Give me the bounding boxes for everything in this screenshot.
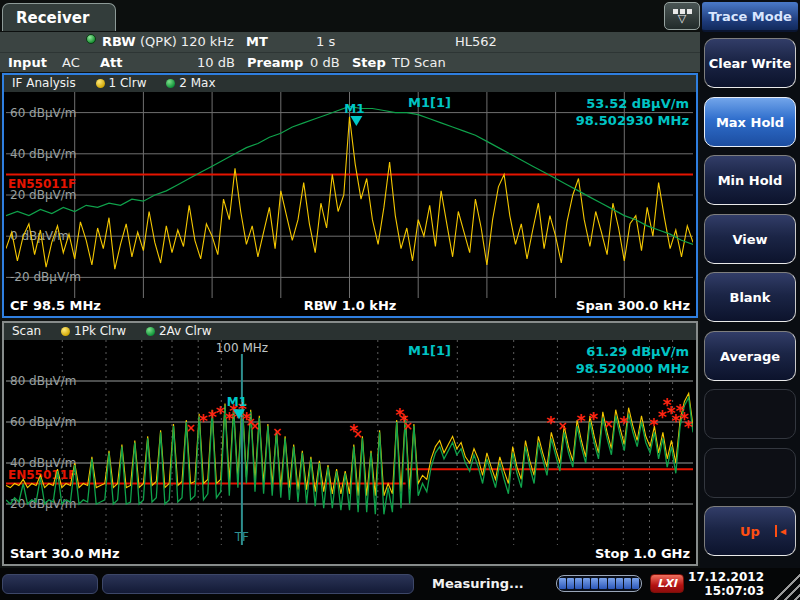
softkey-label: Min Hold	[718, 173, 783, 188]
softkey-label: Blank	[729, 290, 770, 305]
settings-row-1: RBW (QPK) 120 kHz MT 1 s HL562	[0, 32, 700, 52]
svg-text:×: ×	[250, 419, 260, 433]
trace2-dot-icon	[146, 327, 155, 336]
softkey-min-hold[interactable]: Min Hold	[704, 155, 796, 205]
settings-row-2: Input AC Att 10 dB Preamp 0 dB Step TD S…	[0, 52, 700, 72]
measurement-progress-bar	[556, 575, 642, 592]
softkey-sidebar: Trace Mode Clear Write Max Hold Min Hold…	[700, 0, 800, 568]
svg-text:*: *	[546, 413, 555, 433]
if-marker-freq: 98.502930 MHz	[576, 112, 689, 129]
att-value[interactable]: 10 dB	[197, 55, 235, 70]
svg-text:EN55011F: EN55011F	[8, 177, 76, 191]
tab-receiver[interactable]: Receiver	[2, 3, 116, 31]
date-value: 17.12.2012	[688, 570, 764, 584]
svg-text:×: ×	[186, 421, 196, 435]
svg-text:M1: M1	[344, 102, 364, 116]
scan-chart-area: 80 dBµV/m60 dBµV/m40 dBµV/m20 dBµV/mEN55…	[6, 340, 693, 545]
scan-stop-value[interactable]: Stop 1.0 GHz	[595, 546, 690, 561]
mt-label[interactable]: MT	[246, 34, 268, 49]
svg-text:100 MHz: 100 MHz	[216, 341, 268, 355]
measuring-status: Measuring...	[432, 576, 524, 591]
scan-marker-name: M1[1]	[408, 343, 451, 358]
status-button-2[interactable]	[102, 574, 414, 594]
step-label[interactable]: Step	[352, 55, 386, 70]
if-analysis-panel[interactable]: IF Analysis 1 Clrw 2 Max 60 dBµV/m40 dBµ…	[2, 73, 698, 318]
if-panel-footer: CF 98.5 MHz RBW 1.0 kHz Span 300.0 kHz	[4, 298, 696, 316]
softkey-label: Max Hold	[716, 115, 784, 130]
resize-grip-icon	[772, 572, 800, 600]
transducer-value[interactable]: HL562	[455, 34, 497, 49]
svg-text:-20 dBµV/m: -20 dBµV/m	[10, 270, 81, 284]
softkey-label: Up	[740, 524, 760, 539]
if-span-value[interactable]: Span 300.0 kHz	[576, 298, 690, 313]
mt-value[interactable]: 1 s	[316, 34, 335, 49]
softkey-average[interactable]: Average	[704, 331, 796, 381]
trace1-dot-icon	[61, 327, 70, 336]
scan-marker-freq: 98.520000 MHz	[576, 360, 689, 377]
chevron-down-icon: ▽	[678, 15, 686, 23]
status-bar: Measuring... LXI 17.12.2012 15:07:03	[0, 568, 800, 600]
svg-text:TF: TF	[234, 530, 249, 544]
if-marker-name: M1[1]	[408, 95, 451, 110]
scan-panel-header: Scan 1Pk Clrw 2Av Clrw	[4, 323, 696, 340]
scan-panel[interactable]: Scan 1Pk Clrw 2Av Clrw 80 dBµV/m60 dBµV/…	[2, 321, 698, 566]
softkey-empty-2[interactable]	[704, 448, 796, 498]
if-panel-title: IF Analysis	[12, 76, 76, 90]
preamp-label[interactable]: Preamp	[247, 55, 303, 70]
if-trace2-label: 2 Max	[179, 76, 215, 90]
if-chart-area: 60 dBµV/m40 dBµV/m20 dBµV/m0 dBµV/m-20 d…	[6, 92, 693, 298]
input-value[interactable]: AC	[62, 55, 80, 70]
if-cf-value[interactable]: CF 98.5 MHz	[10, 298, 101, 313]
trace1-dot-icon	[96, 79, 105, 88]
input-label[interactable]: Input	[8, 55, 47, 70]
svg-text:40 dBµV/m: 40 dBµV/m	[10, 147, 77, 161]
svg-text:80 dBµV/m: 80 dBµV/m	[10, 374, 77, 388]
softkey-up[interactable]: Up ◂	[704, 506, 796, 556]
softkey-clear-write[interactable]: Clear Write	[704, 38, 796, 88]
lxi-icon: LXI	[650, 574, 684, 593]
softkey-blank[interactable]: Blank	[704, 272, 796, 322]
if-rbw-value[interactable]: RBW 1.0 kHz	[304, 298, 397, 313]
softkey-empty-1[interactable]	[704, 389, 796, 439]
svg-text:M1: M1	[227, 395, 247, 409]
softkey-max-hold[interactable]: Max Hold	[704, 97, 796, 147]
softkey-menu-title: Trace Mode	[702, 2, 798, 32]
scan-start-value[interactable]: Start 30.0 MHz	[10, 546, 119, 561]
emi-receiver-screen: Receiver ▽ RBW (QPK) 120 kHz MT 1 s HL56…	[0, 0, 800, 600]
svg-text:60 dBµV/m: 60 dBµV/m	[10, 415, 77, 429]
if-trace1-label: 1 Clrw	[109, 76, 147, 90]
tab-row: Receiver ▽	[0, 0, 700, 32]
att-label[interactable]: Att	[100, 55, 123, 70]
svg-text:×: ×	[353, 427, 363, 441]
svg-text:*: *	[589, 409, 598, 429]
scan-panel-footer: Start 30.0 MHz Stop 1.0 GHz	[4, 546, 696, 564]
svg-text:60 dBµV/m: 60 dBµV/m	[10, 106, 77, 120]
svg-text:*: *	[684, 417, 693, 437]
scan-panel-title: Scan	[12, 324, 41, 338]
status-button-1[interactable]	[2, 574, 98, 594]
scan-marker-level: 61.29 dBµV/m	[576, 343, 689, 360]
if-marker-readout: 53.52 dBµV/m 98.502930 MHz	[576, 95, 689, 129]
scan-trace1-label: 1Pk Clrw	[74, 324, 126, 338]
if-panel-header: IF Analysis 1 Clrw 2 Max	[4, 75, 696, 92]
softkey-label: Clear Write	[709, 56, 792, 71]
svg-text:*: *	[619, 413, 628, 433]
softkey-label: View	[732, 232, 767, 247]
tab-receiver-label: Receiver	[16, 9, 89, 27]
svg-text:×: ×	[557, 419, 567, 433]
time-value: 15:07:03	[688, 584, 764, 598]
collapse-left-icon: ◂	[775, 525, 786, 537]
trace2-dot-icon	[166, 79, 175, 88]
svg-text:×: ×	[272, 425, 282, 439]
scan-marker-readout: 61.29 dBµV/m 98.520000 MHz	[576, 343, 689, 377]
svg-text:*: *	[216, 403, 225, 423]
scan-trace2-label: 2Av Clrw	[159, 324, 212, 338]
step-value[interactable]: TD Scan	[392, 55, 446, 70]
display-menu-button[interactable]: ▽	[664, 2, 700, 30]
softkey-view[interactable]: View	[704, 214, 796, 264]
rbw-value[interactable]: (QPK) 120 kHz	[140, 34, 234, 49]
rbw-status-led-icon	[86, 34, 96, 44]
if-marker-level: 53.52 dBµV/m	[576, 95, 689, 112]
rbw-label[interactable]: RBW	[102, 34, 136, 49]
preamp-value[interactable]: 0 dB	[310, 55, 340, 70]
